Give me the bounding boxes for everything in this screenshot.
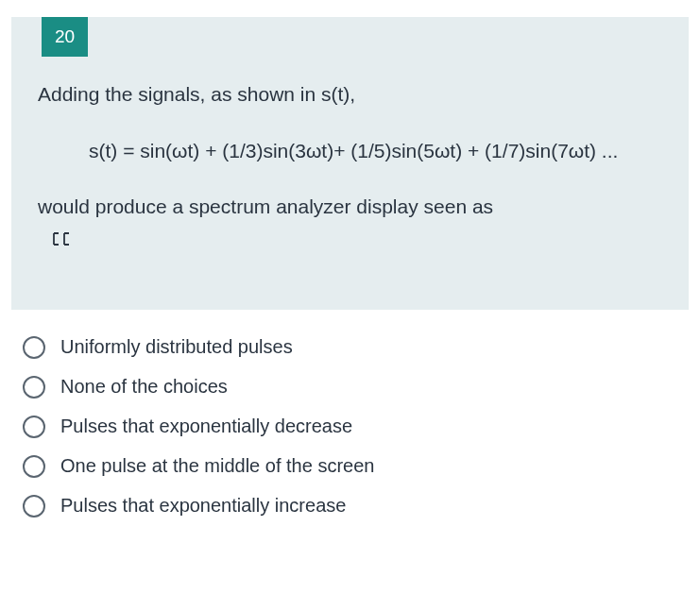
radio-button[interactable] (23, 416, 45, 438)
option-label: Pulses that exponentially decrease (60, 416, 352, 437)
placeholder-icon (38, 228, 662, 253)
radio-button[interactable] (23, 376, 45, 399)
radio-button[interactable] (23, 336, 45, 359)
option-row[interactable]: Uniformly distributed pulses (23, 336, 677, 359)
options-list: Uniformly distributed pulses None of the… (11, 310, 689, 518)
option-row[interactable]: Pulses that exponentially decrease (23, 416, 677, 438)
question-line-1: Adding the signals, as shown in s(t), (38, 79, 662, 110)
option-label: Pulses that exponentially increase (60, 495, 346, 517)
option-row[interactable]: One pulse at the middle of the screen (23, 455, 677, 478)
question-line-2: would produce a spectrum analyzer displa… (38, 192, 662, 222)
question-formula: s(t) = sin(ωt) + (1/3)sin(3ωt)+ (1/5)sin… (38, 136, 662, 166)
option-row[interactable]: None of the choices (23, 376, 677, 399)
option-label: None of the choices (60, 376, 228, 398)
option-row[interactable]: Pulses that exponentially increase (23, 495, 677, 518)
radio-button[interactable] (23, 455, 45, 478)
radio-button[interactable] (23, 495, 45, 518)
question-container: 20 Adding the signals, as shown in s(t),… (11, 17, 689, 310)
option-label: Uniformly distributed pulses (60, 336, 293, 358)
question-number-badge: 20 (42, 17, 88, 57)
question-text: Adding the signals, as shown in s(t), s(… (11, 57, 689, 253)
option-label: One pulse at the middle of the screen (60, 455, 374, 477)
